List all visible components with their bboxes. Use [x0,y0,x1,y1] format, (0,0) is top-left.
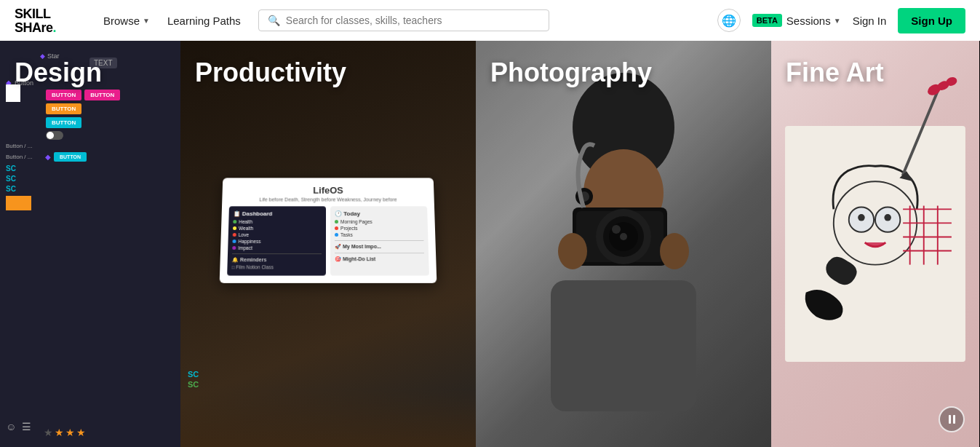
svg-text:SHAre.: SHAre. [15,20,56,33]
globe-icon: 🌐 [722,14,736,28]
pause-bar-right [953,415,955,424]
search-icon: 🔍 [268,15,280,26]
fine-art-panel-title: Fine Art [786,58,884,87]
sessions-button[interactable]: Sessions ▼ [786,15,841,27]
browse-menu[interactable]: Browse ▼ [103,15,150,27]
search-input[interactable] [286,15,540,26]
sessions-chevron-icon: ▼ [834,17,841,25]
learning-paths-label: Learning Paths [167,15,241,27]
sign-in-button[interactable]: Sign In [853,15,887,27]
photography-panel-title: Photography [490,58,652,87]
sign-up-button[interactable]: Sign Up [898,8,965,33]
logo[interactable]: SKILL SHAre. [15,6,80,36]
productivity-panel-title: Productivity [195,58,346,87]
hero-section: TEXT ◆ Button BUTTON BUTTON BUTTON [0,41,980,447]
sessions-label: Sessions [786,15,831,27]
language-button[interactable]: 🌐 [717,9,741,32]
pause-bar-left [949,415,951,424]
productivity-panel-label: Productivity [180,41,476,447]
beta-sessions-group: BETA Sessions ▼ [752,14,841,27]
svg-text:SKILL: SKILL [15,7,51,21]
design-panel-title: Design [15,58,102,87]
logo-skill: SKILL SHAre. [15,6,80,36]
design-panel-label: Design [0,41,180,447]
panel-photography[interactable]: Photography [476,41,771,447]
fine-art-panel-label: Fine Art [771,41,979,447]
nav-right: 🌐 BETA Sessions ▼ Sign In Sign Up [717,8,965,33]
beta-badge: BETA [752,14,782,27]
navbar: SKILL SHAre. Browse ▼ Learning Paths 🔍 🌐… [0,0,980,41]
browse-chevron-icon: ▼ [143,17,150,25]
pause-icon [949,415,955,424]
search-bar[interactable]: 🔍 [258,9,549,31]
panel-productivity[interactable]: LifeOS Life before Death, Strength befor… [180,41,476,447]
sign-in-label: Sign In [853,15,887,27]
learning-paths-link[interactable]: Learning Paths [167,15,241,27]
photography-panel-label: Photography [476,41,771,447]
panel-fine-art[interactable]: Fine Art [771,41,979,447]
panel-design[interactable]: TEXT ◆ Button BUTTON BUTTON BUTTON [0,41,180,447]
sign-up-label: Sign Up [911,15,952,27]
browse-label: Browse [103,15,140,27]
pause-button[interactable] [939,406,965,432]
